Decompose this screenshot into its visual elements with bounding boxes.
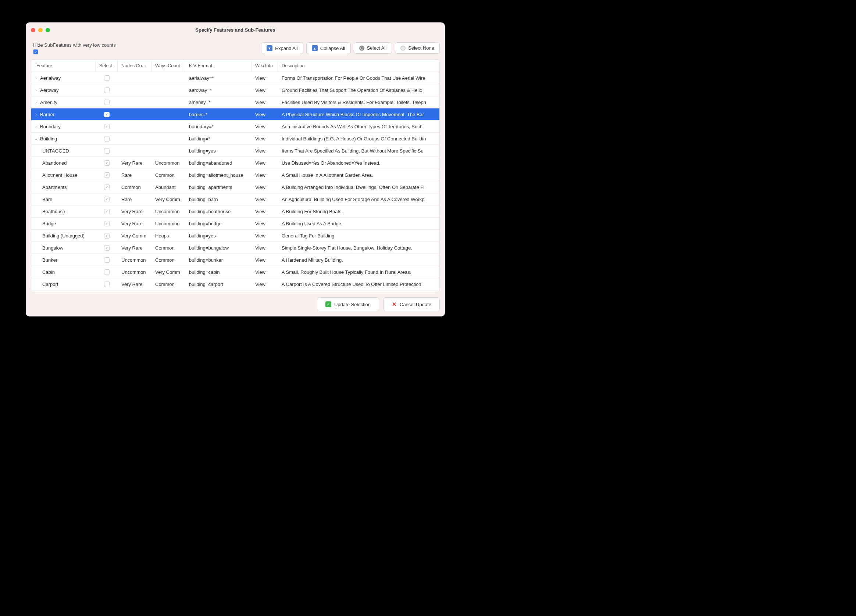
table-row[interactable]: BungalowVery RareCommonbuilding=bungalow… [31, 242, 439, 254]
feature-cell[interactable]: Barn [31, 197, 95, 202]
row-checkbox[interactable] [104, 112, 109, 117]
update-selection-button[interactable]: ✓ Update Selection [317, 297, 379, 311]
table-row[interactable]: ›Barrierbarrier=*ViewA Physical Structur… [31, 108, 439, 121]
row-checkbox[interactable] [104, 257, 109, 263]
chevron-right-icon[interactable]: › [34, 76, 38, 80]
feature-cell[interactable]: Bunker [31, 257, 95, 263]
wiki-view-link[interactable]: View [255, 245, 265, 251]
row-checkbox[interactable] [104, 172, 109, 178]
x-icon: ✕ [392, 301, 397, 308]
wiki-view-link[interactable]: View [255, 269, 265, 275]
feature-cell[interactable]: UNTAGGED [31, 148, 95, 154]
table-row[interactable]: BarnRareVery Commbuilding=barnViewAn Agr… [31, 194, 439, 206]
feature-cell[interactable]: ›Aeroway [31, 88, 95, 93]
table-row[interactable]: CarportVery RareCommonbuilding=carportVi… [31, 278, 439, 290]
select-none-label: Select None [408, 45, 434, 51]
wiki-view-link[interactable]: View [255, 257, 265, 263]
chevron-right-icon[interactable]: › [34, 88, 38, 92]
wiki-view-link[interactable]: View [255, 136, 265, 141]
wiki-view-link[interactable]: View [255, 75, 265, 81]
wiki-view-link[interactable]: View [255, 160, 265, 166]
select-none-button[interactable]: Select None [395, 42, 440, 54]
table-row[interactable]: UNTAGGEDbuilding=yesViewItems That Are S… [31, 145, 439, 157]
col-nodes[interactable]: Nodes Co… [118, 60, 151, 72]
row-checkbox[interactable] [104, 281, 109, 287]
expand-all-button[interactable]: ▾ Expand All [261, 42, 303, 54]
chevron-right-icon[interactable]: › [34, 100, 38, 104]
feature-cell[interactable]: Cabin [31, 269, 95, 275]
col-feature[interactable]: Feature [31, 60, 95, 72]
chevron-down-icon[interactable]: ⌄ [34, 137, 38, 141]
col-kv[interactable]: K:V Format [185, 60, 251, 72]
feature-cell[interactable]: Boathouse [31, 209, 95, 214]
col-wiki[interactable]: Wiki Info [251, 60, 278, 72]
hide-subfeatures-checkbox[interactable] [33, 49, 38, 54]
table-row[interactable]: AbandonedVery RareUncommonbuilding=aband… [31, 157, 439, 169]
table-row[interactable]: ⌄Buildingbuilding=*ViewIndividual Buildi… [31, 133, 439, 145]
wiki-view-link[interactable]: View [255, 233, 265, 238]
feature-cell[interactable]: Bungalow [31, 245, 95, 251]
feature-cell[interactable]: ⌄Building [31, 136, 95, 141]
row-checkbox[interactable] [104, 221, 109, 226]
wiki-view-link[interactable]: View [255, 197, 265, 202]
cancel-update-button[interactable]: ✕ Cancel Update [383, 297, 440, 311]
row-checkbox[interactable] [104, 197, 109, 202]
table-row[interactable]: CabinUncommonVery Commbuilding=cabinView… [31, 266, 439, 278]
row-checkbox[interactable] [104, 136, 109, 141]
row-checkbox[interactable] [104, 245, 109, 251]
row-checkbox[interactable] [104, 160, 109, 166]
col-desc[interactable]: Description [278, 60, 439, 72]
table-row[interactable]: BridgeVery RareUncommonbuilding=bridgeVi… [31, 218, 439, 230]
table-body[interactable]: ›Aerialwayaerialway=*ViewForms Of Transp… [31, 72, 439, 292]
row-checkbox[interactable] [104, 124, 109, 129]
feature-name: Aerialway [40, 75, 61, 81]
feature-cell[interactable]: Building (Untagged) [31, 233, 95, 238]
wiki-view-link[interactable]: View [255, 281, 265, 287]
wiki-view-link[interactable]: View [255, 112, 265, 117]
feature-cell[interactable]: ›Amenity [31, 100, 95, 105]
row-checkbox[interactable] [104, 233, 109, 238]
col-ways[interactable]: Ways Count [151, 60, 185, 72]
wiki-view-link[interactable]: View [255, 184, 265, 190]
wiki-view-link[interactable]: View [255, 148, 265, 154]
minimize-icon[interactable] [38, 28, 43, 32]
feature-cell[interactable]: ›Barrier [31, 112, 95, 117]
wiki-view-link[interactable]: View [255, 100, 265, 105]
table-row[interactable]: ApartmentsCommonAbundantbuilding=apartme… [31, 181, 439, 194]
row-checkbox[interactable] [104, 148, 109, 154]
close-icon[interactable] [31, 28, 35, 32]
wiki-view-link[interactable]: View [255, 172, 265, 178]
feature-cell[interactable]: Abandoned [31, 160, 95, 166]
wiki-view-link[interactable]: View [255, 124, 265, 129]
feature-cell[interactable]: ›Aerialway [31, 75, 95, 81]
table-row[interactable]: ›Aerialwayaerialway=*ViewForms Of Transp… [31, 72, 439, 84]
wiki-view-link[interactable]: View [255, 221, 265, 226]
table-row[interactable]: ›Amenityamenity=*ViewFacilities Used By … [31, 96, 439, 108]
row-checkbox[interactable] [104, 184, 109, 190]
feature-cell[interactable]: Bridge [31, 221, 95, 226]
feature-cell[interactable]: Allotment House [31, 172, 95, 178]
collapse-all-button[interactable]: ▴ Collapse All [306, 42, 351, 54]
table-row[interactable]: ›Boundaryboundary=*ViewAdministrative Bo… [31, 121, 439, 133]
feature-cell[interactable]: ›Boundary [31, 124, 95, 129]
table-row[interactable]: BunkerUncommonCommonbuilding=bunkerViewA… [31, 254, 439, 266]
row-checkbox[interactable] [104, 269, 109, 275]
wiki-view-link[interactable]: View [255, 88, 265, 93]
table-row[interactable]: Allotment HouseRareCommonbuilding=allotm… [31, 169, 439, 181]
select-all-button[interactable]: Select All [354, 42, 392, 54]
table-row[interactable]: ›Aerowayaeroway=*ViewGround Facilities T… [31, 84, 439, 96]
zoom-icon[interactable] [46, 28, 50, 32]
feature-cell[interactable]: Apartments [31, 184, 95, 190]
chevron-right-icon[interactable]: › [34, 124, 38, 129]
row-checkbox[interactable] [104, 209, 109, 214]
row-checkbox[interactable] [104, 88, 109, 93]
select-all-label: Select All [367, 45, 386, 51]
table-row[interactable]: Building (Untagged)Very CommHeapsbuildin… [31, 230, 439, 242]
chevron-right-icon[interactable]: › [34, 112, 38, 117]
row-checkbox[interactable] [104, 75, 109, 81]
feature-cell[interactable]: Carport [31, 281, 95, 287]
col-select[interactable]: Select [95, 60, 118, 72]
wiki-view-link[interactable]: View [255, 209, 265, 214]
table-row[interactable]: BoathouseVery RareUncommonbuilding=boath… [31, 206, 439, 218]
row-checkbox[interactable] [104, 100, 109, 105]
